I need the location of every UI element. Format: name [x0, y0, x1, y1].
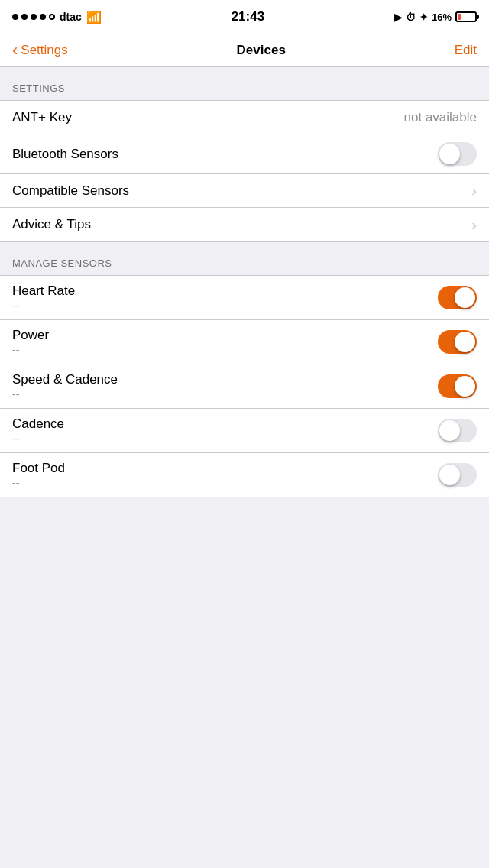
advice-tips-row[interactable]: Advice & Tips › — [0, 208, 489, 241]
cadence-right — [438, 419, 477, 442]
ant-key-label: ANT+ Key — [12, 110, 72, 125]
edit-button[interactable]: Edit — [455, 43, 477, 58]
power-sub: -- — [12, 344, 49, 356]
bluetooth-toggle[interactable] — [438, 142, 477, 166]
section-header-manage: MANAGE SENSORS — [0, 242, 489, 275]
foot-pod-toggle-thumb — [439, 465, 460, 485]
back-chevron-icon: ‹ — [12, 42, 18, 59]
nav-bar: ‹ Settings Devices Edit — [0, 34, 489, 67]
cadence-left: Cadence -- — [12, 416, 64, 445]
foot-pod-row: Foot Pod -- — [0, 453, 489, 497]
compatible-right: › — [471, 182, 477, 199]
speed-cadence-label: Speed & Cadence — [12, 372, 118, 387]
compatible-sensors-row[interactable]: Compatible Sensors › — [0, 174, 489, 208]
back-button[interactable]: ‹ Settings — [12, 42, 68, 59]
signal-dots — [12, 14, 55, 20]
compatible-label: Compatible Sensors — [12, 183, 129, 199]
bluetooth-icon: ✦ — [419, 11, 428, 23]
page-title: Devices — [237, 43, 286, 58]
heart-rate-toggle[interactable] — [438, 286, 477, 309]
carrier-label: dtac — [60, 11, 82, 23]
speed-cadence-row: Speed & Cadence -- — [0, 364, 489, 409]
power-toggle[interactable] — [438, 330, 477, 354]
ant-key-row: ANT+ Key not available — [0, 101, 489, 134]
bluetooth-right — [438, 142, 477, 166]
speed-cadence-right — [438, 374, 477, 398]
bluetooth-sensors-row: Bluetooth Sensors — [0, 134, 489, 174]
cadence-row: Cadence -- — [0, 409, 489, 453]
bluetooth-label: Bluetooth Sensors — [12, 147, 118, 162]
ant-key-value: not available — [404, 110, 477, 125]
cadence-sub: -- — [12, 432, 64, 445]
speed-cadence-sub: -- — [12, 388, 118, 400]
power-right — [438, 330, 477, 354]
compatible-chevron-icon: › — [471, 182, 477, 199]
cadence-toggle[interactable] — [438, 419, 477, 442]
bluetooth-toggle-thumb — [439, 144, 460, 164]
cadence-toggle-thumb — [439, 420, 460, 441]
power-left: Power -- — [12, 328, 49, 356]
bluetooth-left: Bluetooth Sensors — [12, 147, 118, 162]
location-icon: ▶ — [394, 11, 402, 23]
advice-label: Advice & Tips — [12, 217, 91, 232]
battery-icon — [455, 11, 477, 22]
advice-right: › — [471, 216, 477, 234]
battery-fill — [458, 14, 461, 20]
foot-pod-toggle[interactable] — [438, 463, 477, 487]
dot1 — [12, 14, 18, 20]
power-toggle-thumb — [455, 332, 475, 352]
status-time: 21:43 — [232, 9, 264, 24]
foot-pod-left: Foot Pod -- — [12, 461, 65, 489]
power-row: Power -- — [0, 320, 489, 364]
heart-rate-left: Heart Rate -- — [12, 283, 75, 312]
status-left: dtac 📶 — [12, 10, 102, 24]
status-bar: dtac 📶 21:43 ▶ ⏱ ✦ 16% — [0, 0, 489, 34]
dot2 — [21, 14, 28, 20]
advice-left: Advice & Tips — [12, 217, 91, 232]
settings-section: ANT+ Key not available Bluetooth Sensors… — [0, 100, 489, 242]
speed-cadence-left: Speed & Cadence -- — [12, 372, 118, 400]
dot3 — [31, 14, 37, 20]
ant-key-right: not available — [404, 110, 477, 125]
heart-rate-sub: -- — [12, 300, 75, 312]
dot5 — [49, 14, 55, 20]
alarm-icon: ⏱ — [406, 11, 416, 23]
heart-rate-toggle-thumb — [455, 287, 475, 308]
compatible-left: Compatible Sensors — [12, 183, 129, 199]
speed-cadence-toggle[interactable] — [438, 374, 477, 398]
wifi-icon: 📶 — [86, 10, 102, 24]
dot4 — [40, 14, 46, 20]
bottom-gap — [0, 497, 489, 505]
heart-rate-label: Heart Rate — [12, 283, 75, 299]
foot-pod-sub: -- — [12, 477, 65, 489]
heart-rate-right — [438, 286, 477, 309]
advice-chevron-icon: › — [471, 216, 477, 234]
ant-key-left: ANT+ Key — [12, 110, 72, 125]
manage-sensors-section: Heart Rate -- Power -- Speed & Cadence -… — [0, 275, 489, 497]
speed-cadence-toggle-thumb — [455, 376, 475, 397]
status-right: ▶ ⏱ ✦ 16% — [394, 11, 477, 23]
section-header-settings: SETTINGS — [0, 67, 489, 100]
battery-percent: 16% — [432, 11, 452, 23]
heart-rate-row: Heart Rate -- — [0, 276, 489, 320]
back-label: Settings — [21, 43, 67, 58]
foot-pod-right — [438, 463, 477, 487]
foot-pod-label: Foot Pod — [12, 461, 65, 476]
power-label: Power — [12, 328, 49, 343]
cadence-label: Cadence — [12, 416, 64, 432]
